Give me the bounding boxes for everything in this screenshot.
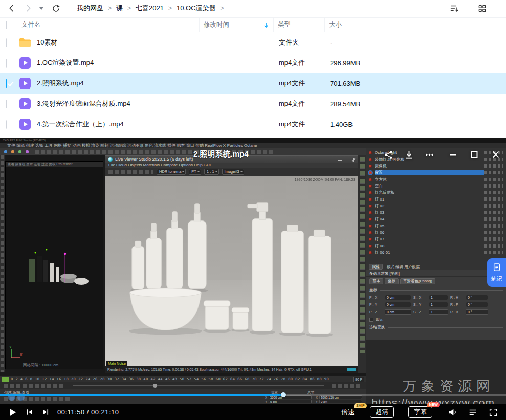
coordinate-field[interactable]: Y0 cm <box>316 400 362 403</box>
breadcrumb-item[interactable]: 七喜2021 <box>136 4 164 13</box>
minimize-icon[interactable] <box>448 149 458 160</box>
object-item[interactable]: 灯光反射板 <box>366 189 506 196</box>
coord-value[interactable]: 0 ° <box>466 309 488 315</box>
sort-descending-icon[interactable] <box>263 22 269 28</box>
attribute-tab[interactable]: 平滑着色(Phong) <box>400 278 435 284</box>
coordinate-field[interactable]: X3068.156 cm <box>316 395 362 399</box>
object-item[interactable]: 灯 07 <box>366 236 506 242</box>
transport-icons[interactable] <box>4 384 65 388</box>
play-button[interactable] <box>7 407 18 418</box>
breadcrumb-item[interactable]: 我的网盘 <box>77 4 103 13</box>
breadcrumb-item[interactable]: 10.OC渲染器 <box>177 4 216 13</box>
c4d-timeline[interactable]: 0 2 4 6 8 10 12 14 16 18 20 22 24 26 28 … <box>0 375 366 382</box>
object-item[interactable]: 灯 06 <box>366 229 506 236</box>
coord-value[interactable]: 0 cm <box>385 309 411 315</box>
file-name[interactable]: 4.第一次综合作业（上）.mp4 <box>37 120 124 129</box>
object-visibility-toggles[interactable] <box>484 184 503 188</box>
object-item[interactable]: 空白 <box>366 183 506 189</box>
column-header-size[interactable]: 大小 <box>325 18 381 32</box>
coord-value[interactable]: 0 ° <box>466 295 488 300</box>
subtitle-button[interactable]: 字幕 NEW <box>408 406 432 418</box>
table-row[interactable]: 4.第一次综合作业（上）.mp4 mp4文件 1.40GB <box>0 114 506 135</box>
object-visibility-toggles[interactable] <box>484 197 503 201</box>
object-item[interactable]: 灯 01 <box>366 196 506 203</box>
notes-button[interactable]: 笔记 <box>487 258 506 287</box>
object-item[interactable]: 背景 <box>366 169 506 176</box>
octane-render-view[interactable]: 1920*1080 ZOOM:%100 PAN:-189,28 <box>105 176 358 366</box>
octane-menubar[interactable]: File Cloud Objects Materials Compare Opt… <box>105 163 358 168</box>
file-name[interactable]: 1.OC渲染设置.mp4 <box>37 58 94 68</box>
object-item[interactable]: 灯 06-01 <box>366 249 506 256</box>
object-item[interactable]: 灯 04 <box>366 216 506 223</box>
back-button[interactable] <box>6 3 17 14</box>
attribute-tab[interactable]: 基本 <box>369 278 383 284</box>
object-visibility-toggles[interactable] <box>484 251 503 254</box>
object-item[interactable]: 灯 02 <box>366 203 506 209</box>
quaternion-checkbox[interactable] <box>369 318 373 322</box>
share-icon[interactable] <box>383 149 393 160</box>
object-visibility-toggles[interactable] <box>484 224 503 228</box>
coord-value[interactable]: 1 <box>429 309 448 315</box>
object-item[interactable]: 立方体 <box>366 176 506 183</box>
attribute-tab[interactable]: 坐标 <box>385 278 399 284</box>
file-name[interactable]: 2.照明系统.mp4 <box>37 79 84 88</box>
column-header-time[interactable]: 修改时间 <box>200 18 274 32</box>
row-checkbox[interactable] <box>6 100 7 108</box>
object-item[interactable]: 灯 05 <box>366 223 506 229</box>
object-visibility-toggles[interactable] <box>484 204 503 208</box>
timeline-ruler[interactable]: 0 2 4 6 8 10 12 14 16 18 20 22 24 26 28 … <box>11 377 351 381</box>
grid-view-icon[interactable] <box>476 3 488 14</box>
object-visibility-toggles[interactable] <box>484 171 503 174</box>
refresh-button[interactable] <box>50 3 61 14</box>
object-visibility-toggles[interactable] <box>484 178 503 181</box>
maximize-icon[interactable] <box>469 149 479 160</box>
timeline-current-frame[interactable] <box>2 377 9 382</box>
previous-button[interactable] <box>24 407 35 418</box>
close-icon[interactable] <box>491 149 501 160</box>
kernel-dropdown[interactable]: PT <box>189 169 201 175</box>
power-slider[interactable] <box>73 385 324 386</box>
coordinate-field[interactable]: X5000 cm <box>265 395 312 399</box>
ratio-dropdown[interactable]: 1 : 1 <box>204 169 219 175</box>
table-row[interactable]: 3.漫射光泽度镜面混合材质.mp4 mp4文件 289.54MB <box>0 94 506 114</box>
video-frame[interactable]: C4D R25 FUV Studio (RC-R25) 文件 编辑 创建 选择 … <box>0 138 506 404</box>
octane-window-buttons[interactable] <box>338 158 355 161</box>
octane-toolbar[interactable]: HDR tonema PT 1 : 1 Image#3 <box>105 168 358 176</box>
c4d-transport-bar[interactable] <box>0 382 366 389</box>
fullscreen-icon[interactable] <box>488 407 499 418</box>
quality-button[interactable]: 超清 <box>370 406 394 418</box>
volume-icon[interactable] <box>447 407 458 418</box>
column-header-type[interactable]: 类型 <box>274 18 325 32</box>
transport-icons[interactable] <box>332 384 362 388</box>
attributes-mode-row[interactable]: 模式 编辑 用户数据 <box>387 264 420 270</box>
file-name[interactable]: 3.漫射光泽度镜面混合材质.mp4 <box>37 99 130 108</box>
row-checkbox[interactable] <box>6 120 7 129</box>
playlist-icon[interactable] <box>467 407 478 418</box>
breadcrumb-item[interactable]: 课 <box>116 4 123 13</box>
attributes-tab[interactable]: 属性 <box>369 264 383 270</box>
object-item[interactable]: 灯 03 <box>366 209 506 216</box>
coordinate-field[interactable]: Y0 cm <box>265 400 312 403</box>
coord-value[interactable]: 1 <box>429 302 448 307</box>
file-name[interactable]: 10素材 <box>37 38 57 47</box>
timeline-frame-box[interactable]: 90 F <box>353 377 364 382</box>
object-visibility-toggles[interactable] <box>484 211 503 214</box>
next-button[interactable] <box>40 407 51 418</box>
forward-button[interactable] <box>23 3 34 14</box>
object-visibility-toggles[interactable] <box>484 217 503 221</box>
select-all-checkbox[interactable] <box>6 21 7 29</box>
row-checkbox[interactable] <box>6 79 7 88</box>
table-row[interactable]: 10素材 文件夹 - <box>0 32 506 53</box>
slider-handle[interactable] <box>153 384 157 388</box>
object-item[interactable]: 灯 08 <box>366 242 506 249</box>
playback-speed-button[interactable]: 倍速 SVIP <box>341 408 355 417</box>
progress-bar[interactable] <box>0 394 506 396</box>
download-icon[interactable] <box>404 149 414 160</box>
table-row[interactable]: 2.照明系统.mp4 mp4文件 701.63MB <box>0 73 506 94</box>
object-visibility-toggles[interactable] <box>484 164 503 168</box>
object-visibility-toggles[interactable] <box>484 237 503 241</box>
image-dropdown[interactable]: Image#3 <box>222 169 244 175</box>
more-options-icon[interactable] <box>424 149 434 160</box>
row-checkbox[interactable] <box>6 59 7 68</box>
column-header-name[interactable]: 文件名 <box>17 18 200 32</box>
